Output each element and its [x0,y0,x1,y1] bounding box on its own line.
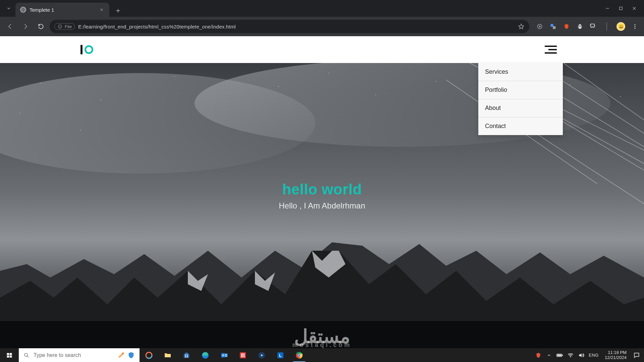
taskbar-app-media[interactable] [252,348,271,362]
svg-rect-1 [620,7,622,10]
svg-point-5 [539,26,541,27]
copilot-icon [145,351,153,359]
close-icon [100,8,104,12]
svg-rect-62 [244,353,245,357]
taskbar-app-copilot[interactable] [140,348,158,362]
tray-app-icon[interactable] [535,352,542,359]
file-chip[interactable]: File [54,23,75,30]
tabs-dropdown[interactable] [2,0,15,17]
svg-rect-42 [10,355,12,357]
chrome-menu-button[interactable] [631,23,639,30]
maximize-button[interactable] [618,5,624,11]
search-placeholder: Type here to search [34,352,81,358]
svg-text:L: L [279,353,282,358]
maximize-icon [619,6,623,11]
nav-item-about[interactable]: About [478,99,563,117]
svg-rect-53 [187,356,188,357]
globe-icon [20,7,26,13]
hamburger-line-icon [545,46,557,47]
svg-point-14 [635,28,636,29]
svg-point-72 [570,356,571,357]
svg-point-43 [24,353,28,356]
site-logo[interactable] [80,45,93,54]
svg-rect-51 [187,355,188,356]
reload-icon [38,23,44,30]
nav-item-services[interactable]: Services [478,63,563,81]
close-window-button[interactable] [631,5,637,11]
taskbar-app-red[interactable] [233,348,252,362]
svg-rect-9 [579,24,581,25]
extensions-button[interactable] [590,23,597,30]
address-bar[interactable]: File E:/learning/front_end_projects/html… [50,20,529,33]
svg-rect-71 [562,355,563,356]
taskbar-app-explorer[interactable] [158,348,177,362]
action-center-button[interactable] [629,348,644,362]
svg-rect-58 [225,354,227,357]
file-chip-label: File [65,24,72,29]
ext-translate-icon[interactable] [549,23,557,30]
svg-rect-39 [7,353,9,355]
toolbar: File E:/learning/front_end_projects/html… [0,17,644,36]
search-icon [23,352,30,358]
svg-point-3 [60,25,60,26]
svg-rect-41 [7,355,9,357]
browser-titlebar: Templete 1 [0,0,644,17]
nav-item-contact[interactable]: Contact [478,117,563,135]
arrow-right-icon [22,23,29,30]
taskbar-app-linkedin[interactable]: L [271,348,290,362]
close-icon [632,6,637,11]
tabs-region: Templete 1 [0,0,598,17]
hamburger-line-icon [545,52,557,54]
ext-lens-icon[interactable] [536,23,543,30]
forward-button[interactable] [19,20,32,33]
tray-volume-icon[interactable] [578,352,585,359]
tab-close-button[interactable] [99,7,105,13]
nav-item-label: Contact [485,123,506,129]
taskbar-app-edge[interactable] [196,348,215,362]
taskbar-app-store[interactable] [177,348,196,362]
page-viewport: Services Portfolio About Contact [0,36,644,348]
svg-rect-52 [185,356,186,357]
svg-point-13 [635,26,636,27]
minimize-icon [605,6,610,11]
tray-battery-icon[interactable] [556,352,563,359]
ext-brave-icon[interactable] [563,23,570,30]
store-icon [182,351,191,359]
tray-clock[interactable]: 11:18 PM 12/21/2024 [602,350,629,360]
minimize-button[interactable] [604,5,610,11]
url-text: E:/learning/front_end_projects/html_css%… [78,24,236,29]
taskbar-app-outlook[interactable] [215,348,233,362]
menu-toggle-button[interactable] [545,46,557,54]
start-button[interactable] [0,348,19,362]
taskbar-search[interactable]: Type here to search [19,348,140,362]
window-controls [598,0,644,17]
chevron-up-icon [547,353,551,358]
app-red-icon [239,351,247,359]
profile-avatar[interactable]: 😀 [616,22,625,31]
tab-title: Templete 1 [30,7,95,13]
svg-rect-11 [606,22,607,31]
reload-button[interactable] [34,20,48,33]
svg-rect-10 [579,27,581,29]
nav-item-portfolio[interactable]: Portfolio [478,81,563,99]
new-tab-button[interactable] [112,5,124,17]
ext-printer-icon[interactable] [576,23,584,30]
bookmark-button[interactable] [518,23,525,30]
info-icon [57,24,63,29]
star-icon [518,23,525,30]
svg-rect-47 [165,354,171,357]
system-tray: ENG [535,352,602,359]
nav-item-label: About [485,105,501,111]
taskbar-app-chrome[interactable] [290,348,309,362]
svg-rect-6 [551,24,553,27]
tray-overflow-button[interactable] [546,352,552,359]
nav-item-label: Portfolio [485,86,507,93]
browser-tab-active[interactable]: Templete 1 [15,3,109,17]
chrome-icon [295,351,303,359]
play-icon [258,351,266,359]
linkedin-icon: L [276,351,284,359]
tray-wifi-icon[interactable] [567,352,574,359]
logo-ring-icon [85,45,93,54]
back-button[interactable] [3,20,17,33]
tray-language[interactable]: ENG [589,353,599,358]
